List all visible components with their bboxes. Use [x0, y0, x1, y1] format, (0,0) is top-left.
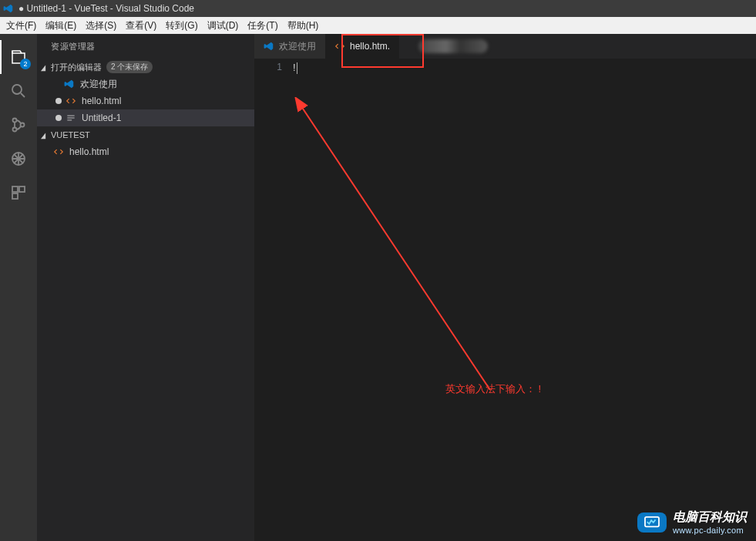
svg-rect-7 [12, 193, 18, 199]
vscode-icon [3, 3, 14, 14]
svg-rect-6 [19, 186, 25, 192]
svg-point-3 [21, 123, 25, 127]
text-cursor [297, 62, 297, 74]
unsaved-dot-icon [55, 115, 62, 121]
code-text: ! [293, 62, 296, 73]
html-icon [52, 146, 65, 158]
sidebar: 资源管理器 ◢ 打开的编辑器 2 个未保存 欢迎使用 hello.html Un… [37, 34, 254, 541]
project-header[interactable]: ◢ VUETEST [37, 126, 254, 143]
tab-label: hello.htm. [350, 41, 390, 52]
menu-select[interactable]: 选择(S) [81, 18, 121, 34]
code-content[interactable]: ! [293, 59, 756, 541]
line-gutter: 1 [254, 59, 293, 541]
annotation-text: 英文输入法下输入： ! [445, 382, 541, 396]
file-hello-html[interactable]: hello.html [37, 143, 254, 160]
svg-point-1 [13, 119, 17, 123]
unsaved-dot-icon [55, 98, 62, 104]
tab-welcome[interactable]: 欢迎使用 [254, 34, 325, 59]
open-editor-hello[interactable]: hello.html [37, 92, 254, 109]
file-label: hello.html [69, 146, 109, 157]
chevron-down-icon: ◢ [41, 63, 49, 72]
menu-goto[interactable]: 转到(G) [161, 18, 202, 34]
menu-help[interactable]: 帮助(H) [283, 18, 324, 34]
menu-view[interactable]: 查看(V) [121, 18, 161, 34]
activity-source-control[interactable] [0, 108, 37, 142]
explorer-badge: 2 [20, 59, 31, 69]
activity-explorer[interactable]: 2 [0, 40, 37, 74]
open-editor-label: Untitled-1 [82, 113, 121, 123]
editor-body[interactable]: 1 ! 英文输入法下输入： ! [254, 59, 756, 541]
menu-edit[interactable]: 编辑(E) [41, 18, 81, 34]
open-editor-label: hello.html [82, 96, 121, 106]
sidebar-title: 资源管理器 [37, 34, 254, 59]
tab-label: 欢迎使用 [279, 40, 316, 53]
svg-point-2 [13, 128, 17, 132]
open-editor-welcome[interactable]: 欢迎使用 [37, 76, 254, 92]
html-icon [334, 41, 345, 52]
activity-extensions[interactable] [0, 176, 37, 210]
watermark-url: www.pc-daily.com [673, 526, 744, 535]
svg-rect-5 [12, 186, 18, 192]
html-icon [65, 95, 77, 107]
window-title: ● Untitled-1 - VueTest - Visual Studio C… [18, 3, 194, 14]
titlebar: ● Untitled-1 - VueTest - Visual Studio C… [0, 0, 756, 17]
vscode-icon [264, 41, 274, 52]
menu-tasks[interactable]: 任务(T) [243, 18, 282, 34]
svg-point-0 [12, 85, 22, 94]
unsaved-badge: 2 个未保存 [106, 61, 153, 73]
menu-file[interactable]: 文件(F) [2, 18, 41, 34]
activity-bar: 2 [0, 34, 37, 541]
open-editor-label: 欢迎使用 [80, 78, 117, 91]
chevron-down-icon: ◢ [41, 131, 49, 139]
menubar: 文件(F) 编辑(E) 选择(S) 查看(V) 转到(G) 调试(D) 任务(T… [0, 17, 756, 34]
watermark: 电脑百科知识 www.pc-daily.com [637, 509, 747, 535]
menu-debug[interactable]: 调试(D) [203, 18, 244, 34]
activity-debug[interactable] [0, 142, 37, 176]
file-icon [65, 112, 77, 124]
project-label: VUETEST [51, 130, 90, 139]
censored-area [418, 39, 488, 53]
open-editor-untitled[interactable]: Untitled-1 [37, 109, 254, 126]
tab-bar: 欢迎使用 hello.htm. [254, 34, 756, 59]
vscode-icon [63, 78, 76, 90]
open-editors-label: 打开的编辑器 [51, 62, 102, 73]
tab-hello-html[interactable]: hello.htm. [325, 34, 399, 59]
watermark-title: 电脑百科知识 [673, 509, 747, 526]
watermark-badge-icon [637, 512, 667, 533]
open-editors-header[interactable]: ◢ 打开的编辑器 2 个未保存 [37, 59, 254, 76]
activity-search[interactable] [0, 74, 37, 108]
line-number: 1 [254, 62, 282, 72]
editor-area: 欢迎使用 hello.htm. 1 ! [254, 34, 756, 541]
